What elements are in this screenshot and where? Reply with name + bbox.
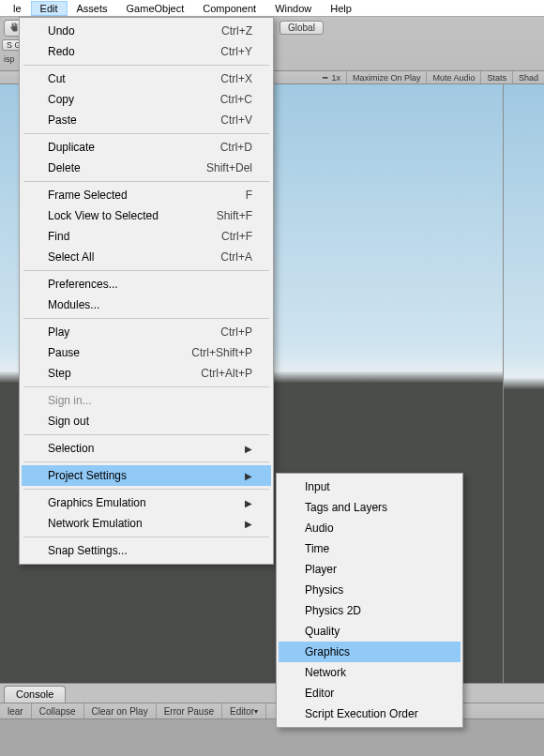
menu-item-label: Paste <box>48 113 77 127</box>
console-error-pause-toggle[interactable]: Error Pause <box>157 703 222 718</box>
menu-item-label: Step <box>48 367 71 380</box>
menu-item-label: Copy <box>48 93 74 106</box>
submenu-arrow-icon: ▶ <box>245 444 252 454</box>
menu-item-label: Redo <box>48 45 75 58</box>
menu-item-label: Delete <box>48 161 81 174</box>
menu-separator <box>23 461 269 462</box>
menu-assets[interactable]: Assets <box>68 1 117 16</box>
menu-item-label: Selection <box>48 442 94 455</box>
menu-item-shortcut: Ctrl+Z <box>221 24 252 38</box>
menu-item-pause[interactable]: PauseCtrl+Shift+P <box>22 342 271 363</box>
console-editor-dropdown[interactable]: Editor <box>222 703 266 718</box>
submenu-item-audio[interactable]: Audio <box>279 518 461 538</box>
console-clear-on-play-toggle[interactable]: Clear on Play <box>84 703 157 718</box>
menu-item-shortcut: Ctrl+D <box>220 141 252 154</box>
menu-item-shortcut: Ctrl+C <box>220 93 252 106</box>
submenu-item-label: Tags and Layers <box>305 501 387 514</box>
submenu-item-player[interactable]: Player <box>279 559 461 580</box>
menu-item-play[interactable]: PlayCtrl+P <box>22 322 271 342</box>
menu-item-lock-view-to-selected[interactable]: Lock View to SelectedShift+F <box>22 205 271 226</box>
console-collapse-toggle[interactable]: Collapse <box>32 703 84 718</box>
submenu-item-tags-and-layers[interactable]: Tags and Layers <box>279 497 461 518</box>
menu-item-undo[interactable]: UndoCtrl+Z <box>22 21 271 41</box>
menu-file[interactable]: le <box>4 1 31 16</box>
submenu-item-quality[interactable]: Quality <box>279 621 461 642</box>
menu-item-find[interactable]: FindCtrl+F <box>22 226 271 247</box>
menu-item-label: Modules... <box>48 298 99 311</box>
menu-separator <box>23 270 269 271</box>
menu-item-label: Duplicate <box>48 141 95 154</box>
submenu-item-editor[interactable]: Editor <box>279 683 461 703</box>
submenu-item-physics-2d[interactable]: Physics 2D <box>279 600 461 621</box>
menu-separator <box>23 318 269 319</box>
menu-item-label: Find <box>48 230 69 243</box>
menu-gameobject[interactable]: GameObject <box>117 1 194 16</box>
menu-item-label: Pause <box>48 346 80 359</box>
submenu-item-label: Time <box>305 542 329 555</box>
menu-separator <box>23 133 269 134</box>
menu-item-shortcut: Shift+Del <box>206 161 252 174</box>
menu-item-step[interactable]: StepCtrl+Alt+P <box>22 363 271 384</box>
menu-item-network-emulation[interactable]: Network Emulation▶ <box>22 513 271 534</box>
menu-item-selection[interactable]: Selection▶ <box>22 438 271 459</box>
menu-item-preferences[interactable]: Preferences... <box>22 274 271 295</box>
menu-edit[interactable]: Edit <box>31 1 68 16</box>
submenu-item-network[interactable]: Network <box>279 662 461 683</box>
menu-item-sign-out[interactable]: Sign out <box>22 411 271 431</box>
menu-item-frame-selected[interactable]: Frame SelectedF <box>22 185 271 205</box>
menubar: le Edit Assets GameObject Component Wind… <box>0 0 544 17</box>
disp-fragment: isp <box>2 54 15 64</box>
submenu-item-physics[interactable]: Physics <box>279 580 461 600</box>
menu-item-shortcut: Ctrl+V <box>220 113 252 127</box>
submenu-item-time[interactable]: Time <box>279 538 461 559</box>
submenu-item-label: Input <box>305 480 330 493</box>
menu-separator <box>23 65 269 66</box>
submenu-item-label: Player <box>305 563 337 576</box>
submenu-item-label: Script Execution Order <box>305 707 418 720</box>
submenu-arrow-icon: ▶ <box>245 519 252 529</box>
menu-item-cut[interactable]: CutCtrl+X <box>22 68 271 89</box>
menu-item-modules[interactable]: Modules... <box>22 295 271 315</box>
submenu-item-input[interactable]: Input <box>279 476 461 497</box>
menu-item-paste[interactable]: PasteCtrl+V <box>22 110 271 130</box>
stats-toggle[interactable]: Stats <box>481 71 513 83</box>
console-clear-button[interactable]: lear <box>0 703 32 718</box>
menu-item-duplicate[interactable]: DuplicateCtrl+D <box>22 137 271 158</box>
project-settings-submenu: InputTags and LayersAudioTimePlayerPhysi… <box>276 473 463 728</box>
scene-panel: ✱ Sc <box>503 71 544 683</box>
menu-item-select-all[interactable]: Select AllCtrl+A <box>22 247 271 267</box>
menu-item-delete[interactable]: DeleteShift+Del <box>22 158 271 178</box>
submenu-item-label: Network <box>305 666 346 679</box>
mute-audio-toggle[interactable]: Mute Audio <box>427 71 481 83</box>
menu-separator <box>23 489 269 490</box>
menu-item-label: Preferences... <box>48 278 118 291</box>
shading-fragment: Shad <box>513 71 544 83</box>
menu-separator <box>23 434 269 435</box>
maximize-on-play-toggle[interactable]: Maximize On Play <box>347 71 428 83</box>
scale-indicator: ━1x <box>317 71 347 83</box>
submenu-item-script-execution-order[interactable]: Script Execution Order <box>279 703 461 724</box>
menu-item-label: Sign in... <box>48 394 92 407</box>
tab-console[interactable]: Console <box>4 686 66 703</box>
menu-item-label: Network Emulation <box>48 517 143 530</box>
menu-item-snap-settings[interactable]: Snap Settings... <box>22 540 271 561</box>
menu-item-label: Project Settings <box>48 469 127 482</box>
submenu-item-label: Editor <box>305 687 334 700</box>
submenu-item-graphics[interactable]: Graphics <box>279 642 461 662</box>
submenu-item-label: Quality <box>305 625 340 638</box>
menu-separator <box>23 386 269 387</box>
menu-item-label: Snap Settings... <box>48 544 128 557</box>
menu-item-shortcut: Ctrl+X <box>220 72 252 85</box>
menu-item-shortcut: Shift+F <box>217 209 252 222</box>
menu-item-shortcut: Ctrl+P <box>220 325 252 339</box>
menu-item-shortcut: Ctrl+Shift+P <box>191 346 252 359</box>
menu-item-shortcut: Ctrl+A <box>220 250 252 264</box>
menu-component[interactable]: Component <box>193 1 265 16</box>
menu-item-redo[interactable]: RedoCtrl+Y <box>22 41 271 62</box>
menu-help[interactable]: Help <box>321 1 361 16</box>
menu-window[interactable]: Window <box>265 1 321 16</box>
menu-item-project-settings[interactable]: Project Settings▶ <box>22 465 271 486</box>
menu-item-copy[interactable]: CopyCtrl+C <box>22 89 271 110</box>
menu-item-graphics-emulation[interactable]: Graphics Emulation▶ <box>22 492 271 513</box>
global-toggle[interactable]: Global <box>280 21 324 35</box>
